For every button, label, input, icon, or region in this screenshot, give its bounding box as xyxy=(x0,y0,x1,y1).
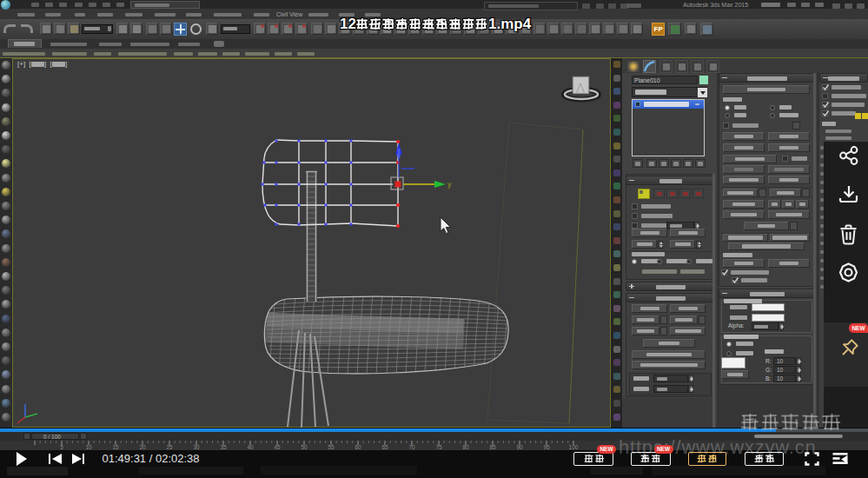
svg-text:25: 25 xyxy=(166,444,173,450)
svg-text:10: 10 xyxy=(85,444,92,450)
svg-text:30: 30 xyxy=(193,444,200,450)
svg-text:80: 80 xyxy=(462,444,469,450)
svg-text:75: 75 xyxy=(435,444,442,450)
svg-text:60: 60 xyxy=(354,444,361,450)
svg-text:95: 95 xyxy=(543,444,550,450)
svg-text:70: 70 xyxy=(408,444,415,450)
svg-text:65: 65 xyxy=(381,444,388,450)
svg-text:40: 40 xyxy=(247,444,254,450)
svg-text:20: 20 xyxy=(139,444,146,450)
svg-text:5: 5 xyxy=(60,444,63,450)
svg-text:85: 85 xyxy=(489,444,496,450)
svg-text:55: 55 xyxy=(328,444,335,450)
svg-text:100: 100 xyxy=(569,444,579,450)
svg-text:90: 90 xyxy=(516,444,523,450)
svg-text:y: y xyxy=(447,180,452,189)
svg-text:15: 15 xyxy=(112,444,119,450)
svg-text:45: 45 xyxy=(274,444,281,450)
svg-text:35: 35 xyxy=(220,444,227,450)
svg-text:50: 50 xyxy=(301,444,308,450)
